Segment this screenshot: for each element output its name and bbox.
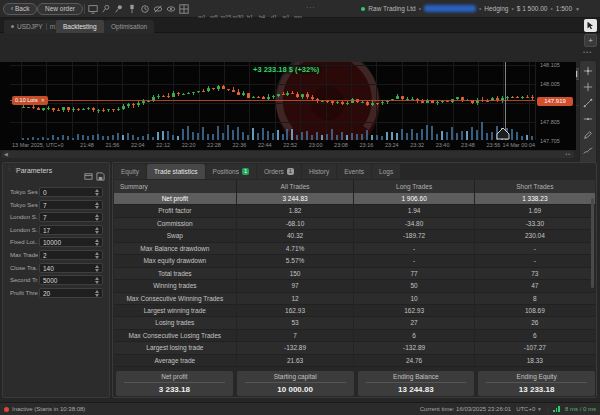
brush-tool-icon[interactable] (580, 143, 596, 159)
position-label[interactable]: 0.10 Lots✕ (12, 96, 48, 105)
results-tab[interactable]: Positions 1 (206, 164, 256, 179)
crosshair-tool-icon[interactable] (580, 79, 596, 95)
pushpin-icon[interactable] (127, 4, 139, 14)
scroll-grip-icon[interactable]: •• (565, 151, 571, 158)
chart-scrollbar[interactable]: ◀ •• (2, 151, 574, 158)
time-tick: 22:28 (207, 142, 221, 148)
parameter-input[interactable]: 0 (39, 187, 103, 197)
results-tab[interactable]: Events (337, 164, 371, 179)
parameter-input[interactable]: 7 (39, 200, 103, 210)
spinner[interactable] (95, 277, 100, 284)
parameter-row: London S... 7 (3, 212, 109, 224)
results-tab[interactable]: Orders 1 (257, 164, 301, 179)
results-tab[interactable]: History (302, 164, 336, 179)
table-row[interactable]: Average trade 21.63 24.76 18.33 (114, 355, 595, 367)
parameter-input[interactable]: 17 (39, 225, 103, 235)
tab-optimisation[interactable]: Optimisation (104, 20, 154, 33)
spinner[interactable] (95, 227, 100, 234)
summary-card: Ending Equity 13 233.18 (478, 371, 595, 396)
account-info[interactable]: Raw Trading Ltd • • Hedging • $ 1 500.00… (361, 5, 580, 12)
account-mode: Hedging (484, 5, 508, 12)
alarm-icon[interactable] (140, 4, 152, 14)
symbol-dot-icon (11, 25, 14, 28)
parameter-input[interactable]: 20 (39, 288, 103, 298)
time-tick: 21:56 (106, 142, 120, 148)
horizontal-line-tool-icon[interactable] (580, 111, 596, 127)
save-parameters-icon[interactable] (96, 167, 105, 176)
broker-name: Raw Trading Ltd (368, 5, 415, 12)
parameter-input[interactable]: 2 (39, 250, 103, 260)
time-tick: 23:32 (410, 142, 424, 148)
time-tick: 22:20 (182, 142, 196, 148)
pin-icon[interactable] (101, 4, 113, 14)
table-scrollbar[interactable] (591, 198, 594, 288)
table-row[interactable]: Losing trades 53 27 26 (114, 317, 595, 329)
results-tab[interactable]: Trade statistics (147, 164, 204, 179)
table-row[interactable]: Winning trades 97 50 47 (114, 280, 595, 292)
price-tick: 148.005 (540, 81, 560, 87)
time-axis[interactable]: 13 Mar 2025, UTC+0 21:4821:5622:0422:122… (10, 140, 576, 150)
new-order-button[interactable]: New order (37, 3, 83, 15)
inactive-status-icon (4, 407, 9, 412)
eye-icon[interactable] (166, 4, 178, 14)
summary-card: Ending Balance 13 244.83 (358, 371, 475, 396)
toolbar-drag-handle[interactable]: ••• (583, 49, 592, 55)
move-tool-icon[interactable] (580, 63, 596, 79)
cursor-tool-button[interactable] (584, 19, 597, 32)
table-row[interactable]: Max Consecutive Losing Trades 7 6 6 (114, 330, 595, 342)
eye-off-icon[interactable] (153, 4, 165, 14)
results-tab[interactable]: Equity (114, 164, 146, 179)
ctrader-window: ‹ Back New order m1m5m15m30h1h4d1w1mn ..… (0, 0, 600, 415)
table-header: Summary All Trades Long Trades Short Tra… (114, 180, 595, 193)
account-number-blurred (424, 5, 476, 12)
spinner[interactable] (95, 214, 100, 221)
tab-backtesting[interactable]: Backtesting (56, 20, 104, 33)
price-tick: 148.105 (540, 62, 560, 68)
results-tab[interactable]: Logs (372, 164, 400, 179)
tab-row: USDJPY m1 Backtesting Optimisation (0, 18, 600, 33)
top-toolbar: ‹ Back New order m1m5m15m30h1h4d1w1mn ..… (0, 0, 600, 18)
visual-mode-row: Visual Mode 13/03/2025 23:02:00 Speed 10… (0, 49, 600, 62)
parameters-header: ⋮⋮ Parameters (3, 163, 109, 179)
parameter-input[interactable]: 7 (39, 212, 103, 222)
reset-parameters-icon[interactable] (84, 167, 93, 176)
current-time: Current time: 16/03/2025 23:26:01 (420, 406, 511, 412)
close-position-icon[interactable]: ✕ (41, 96, 45, 105)
trend-line-tool-icon[interactable] (580, 95, 596, 111)
toolbar-overflow[interactable]: ... (306, 1, 316, 10)
table-row[interactable]: Swap 40.32 -189.72 230.04 (114, 230, 595, 242)
table-row[interactable]: Max equity drawdown 5.57% - - (114, 255, 595, 267)
table-row[interactable]: Max Consecutive Winning Trades 12 10 8 (114, 293, 595, 305)
time-tick: 23:56 (487, 142, 501, 148)
table-row[interactable]: Commission -68.10 -34.80 -33.30 (114, 218, 595, 230)
parameter-row: Tokyo Ses... 0 (3, 187, 109, 199)
table-row[interactable]: Net profit 3 244.83 1 906.60 1 338.23 (114, 193, 595, 205)
results-tabs: Equity Trade statistics Positions 1 Orde… (114, 164, 400, 179)
cursor-icon (586, 21, 595, 30)
parameter-input[interactable]: 5000 (39, 275, 103, 285)
timezone-select[interactable]: UTC+0 ▼ (516, 406, 542, 412)
spinner[interactable] (95, 265, 100, 272)
spinner[interactable] (95, 252, 100, 259)
table-row[interactable]: Largest winning trade 162.93 162.93 108.… (114, 305, 595, 317)
parameter-input[interactable]: 140 (39, 263, 103, 273)
table-row[interactable]: Max Balance drawdown 4.71% - - (114, 243, 595, 255)
edit-layout-icon[interactable] (179, 4, 191, 14)
table-row[interactable]: Largest losing trade -132.89 -132.89 -10… (114, 342, 595, 354)
chart-window-icon[interactable] (88, 4, 100, 14)
table-row[interactable]: Profit factor 1.82 1.94 1.69 (114, 205, 595, 217)
spinner[interactable] (95, 239, 100, 246)
price-axis[interactable]: 148.105148.005147.905147.805147.705 147.… (535, 62, 576, 140)
spinner[interactable] (95, 202, 100, 209)
spinner[interactable] (95, 290, 100, 297)
scroll-left-icon[interactable]: ◀ (4, 151, 8, 158)
pencil-tool-icon[interactable] (580, 127, 596, 143)
chart-plot[interactable]: +3 233.18 $ (+32%)0.10 Lots✕ (10, 62, 535, 140)
parameter-input[interactable]: 10000 (39, 237, 103, 247)
back-button[interactable]: ‹ Back (3, 3, 37, 15)
account-balance: $ 1 500.00 (517, 5, 548, 12)
spinner[interactable] (95, 189, 100, 196)
table-row[interactable]: Total trades 150 77 73 (114, 268, 595, 280)
pin-filled-icon[interactable] (114, 4, 126, 14)
add-chart-button[interactable]: + (584, 34, 597, 47)
